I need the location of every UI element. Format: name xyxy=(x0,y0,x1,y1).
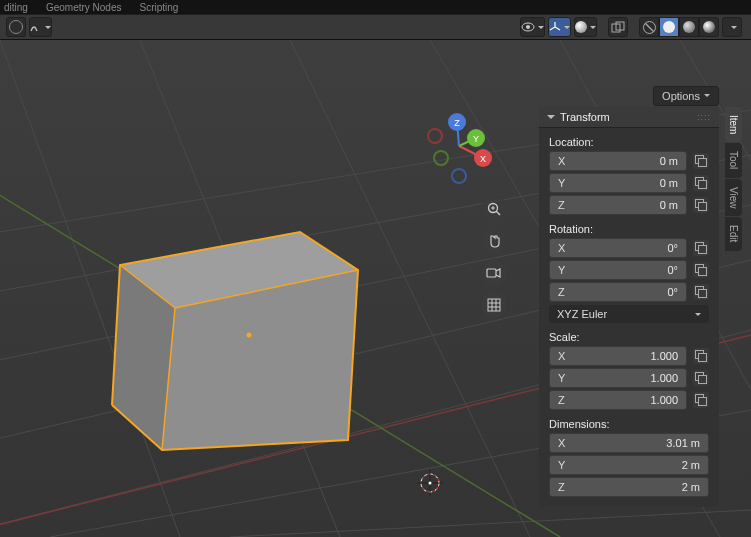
lock-icon[interactable] xyxy=(693,262,709,278)
lock-icon[interactable] xyxy=(693,153,709,169)
viewport-header xyxy=(0,14,751,40)
rotation-label: Rotation: xyxy=(549,223,719,235)
lock-icon[interactable] xyxy=(693,240,709,256)
drag-handle-icon[interactable]: :::: xyxy=(697,112,711,122)
pan-icon[interactable] xyxy=(481,228,507,254)
svg-point-1 xyxy=(526,25,530,29)
lock-icon[interactable] xyxy=(693,197,709,213)
lock-icon[interactable] xyxy=(693,348,709,364)
lock-icon[interactable] xyxy=(693,284,709,300)
rotation-mode-select[interactable]: XYZ Euler xyxy=(549,305,709,323)
svg-point-34 xyxy=(452,169,466,183)
location-y[interactable]: Y0 m xyxy=(549,173,687,193)
interaction-mode-a[interactable] xyxy=(6,17,26,37)
location-z[interactable]: Z0 m xyxy=(549,195,687,215)
visibility-dropdown[interactable] xyxy=(520,17,545,37)
scale-z[interactable]: Z1.000 xyxy=(549,390,687,410)
svg-point-28 xyxy=(429,482,432,485)
location-x[interactable]: X0 m xyxy=(549,151,687,171)
dimensions-label: Dimensions: xyxy=(549,418,719,430)
overlays-dropdown[interactable] xyxy=(574,17,597,37)
perspective-icon[interactable] xyxy=(481,292,507,318)
svg-text:Z: Z xyxy=(454,118,460,128)
tab-item[interactable]: Item xyxy=(725,107,742,142)
cube-object xyxy=(112,232,358,450)
shading-matprev[interactable] xyxy=(679,17,699,37)
xray-toggle[interactable] xyxy=(608,17,628,37)
transform-panel: Transform:::: Location: X0 m Y0 m Z0 m R… xyxy=(539,107,719,507)
camera-icon[interactable] xyxy=(481,260,507,286)
dim-y[interactable]: Y2 m xyxy=(549,455,709,475)
tab-tool[interactable]: Tool xyxy=(725,143,742,177)
rotation-x[interactable]: X0° xyxy=(549,238,687,258)
interaction-mode-b[interactable] xyxy=(29,17,52,37)
3d-viewport[interactable]: X Y Z Options Transform:::: Location: X0… xyxy=(0,40,751,537)
rotation-y[interactable]: Y0° xyxy=(549,260,687,280)
shading-solid[interactable] xyxy=(659,17,679,37)
viewport-side-tools xyxy=(481,196,511,324)
svg-text:Y: Y xyxy=(473,134,479,144)
svg-point-33 xyxy=(434,151,448,165)
svg-rect-46 xyxy=(488,299,500,311)
shading-rendered[interactable] xyxy=(699,17,719,37)
lock-icon[interactable] xyxy=(693,175,709,191)
tab-scripting[interactable]: Scripting xyxy=(140,2,179,13)
dim-z[interactable]: Z2 m xyxy=(549,477,709,497)
tab-edit[interactable]: Edit xyxy=(725,217,742,250)
dim-x[interactable]: X3.01 m xyxy=(549,433,709,453)
zoom-icon[interactable] xyxy=(481,196,507,222)
panel-header[interactable]: Transform:::: xyxy=(539,107,719,128)
svg-rect-45 xyxy=(487,269,496,277)
nav-gizmo[interactable]: X Y Z xyxy=(421,108,497,184)
svg-text:X: X xyxy=(480,154,486,164)
lock-icon[interactable] xyxy=(693,392,709,408)
options-dropdown[interactable]: Options xyxy=(653,86,719,106)
scale-label: Scale: xyxy=(549,331,719,343)
gizmo-dropdown[interactable] xyxy=(548,17,571,37)
svg-line-42 xyxy=(496,211,500,215)
shading-wireframe[interactable] xyxy=(639,17,659,37)
n-panel-tabs: Item Tool View Edit xyxy=(725,107,745,252)
tab-texture-editing[interactable]: diting xyxy=(4,2,28,13)
location-label: Location: xyxy=(549,136,719,148)
tab-geometry-nodes[interactable]: Geometry Nodes xyxy=(46,2,122,13)
lock-icon[interactable] xyxy=(693,370,709,386)
tab-view[interactable]: View xyxy=(725,179,742,217)
scale-y[interactable]: Y1.000 xyxy=(549,368,687,388)
shading-mode-group xyxy=(639,17,719,37)
workspace-tabs: diting Geometry Nodes Scripting xyxy=(0,0,751,14)
svg-point-32 xyxy=(428,129,442,143)
svg-point-23 xyxy=(247,333,252,338)
scale-x[interactable]: X1.000 xyxy=(549,346,687,366)
shading-dropdown[interactable] xyxy=(722,17,742,37)
rotation-z[interactable]: Z0° xyxy=(549,282,687,302)
